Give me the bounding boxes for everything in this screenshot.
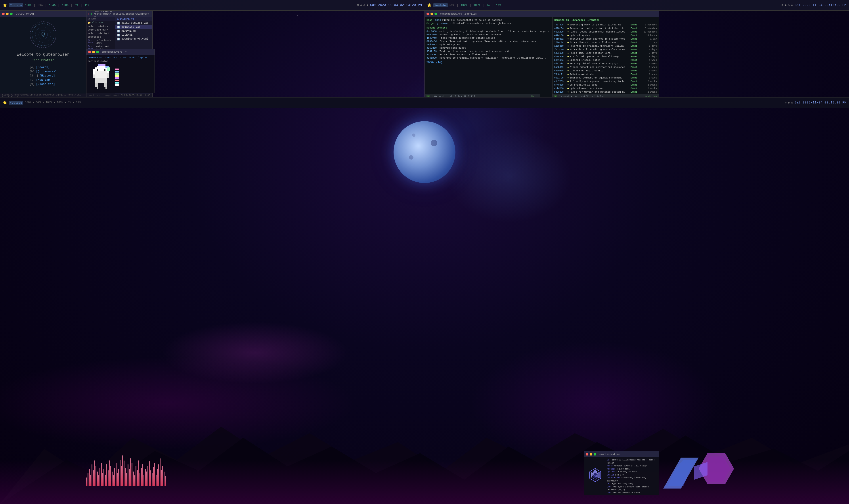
commit-log-row[interactable]: 4090f04 ◆ Ranger dnd optimization + qb f… xyxy=(554,27,657,30)
git-close[interactable] xyxy=(427,13,429,15)
commit-log-row[interactable]: e1c7253 ◆ I finally got agenda + syncthi… xyxy=(554,80,657,83)
git-title-text: emmet@snowfire: .dotfiles xyxy=(440,13,477,15)
commit-log-row[interactable]: 70a8f21 ◆ Added magit-todos Emmet 1 week xyxy=(554,73,657,76)
pokemon-max[interactable] xyxy=(96,51,99,53)
log-author: Emmet xyxy=(631,49,643,51)
tag-11: 11% xyxy=(85,4,89,7)
commit-log-row[interactable]: a2658e0 ◆ Reverted to original uwunicorn… xyxy=(554,44,657,47)
recent-commit-row[interactable]: a958d60Removed some bloat xyxy=(427,47,550,49)
vis-bar xyxy=(105,474,106,486)
separator-bar: 🌟 Youtube 100% ▪ 59% ▪ 104% ▪ 100% ▪ 1% … xyxy=(0,97,849,108)
commit-log-row[interactable]: 5abb619 ◆ Pinned embark and reorganized … xyxy=(554,66,657,69)
commit-log-row[interactable]: c03a69c ◆ Fixes recent qutebrowser updat… xyxy=(554,30,657,33)
vis-bar xyxy=(144,474,144,486)
recent-commit-row[interactable]: 4dc0fa0Fixes recent qutebrowser update i… xyxy=(427,37,550,39)
qute-link-newtab[interactable]: [t] [New tab] xyxy=(30,78,57,82)
log-author: Emmet xyxy=(631,24,643,26)
vis-bar xyxy=(164,471,164,486)
commit-msg: Removed some bloat xyxy=(439,47,550,49)
qute-link-closetab[interactable]: [x] [Close tab] xyxy=(30,83,57,86)
fm-max-btn[interactable] xyxy=(91,13,92,15)
commit-log-row[interactable]: 195c150 ◆ Fixes qemu user session uefi E… xyxy=(554,52,657,54)
git-todos: TODOs (14)... xyxy=(427,61,550,64)
commit-log-row[interactable]: 5d071f8 ◆ Getting rid of some electron p… xyxy=(554,62,657,65)
moon xyxy=(394,121,455,183)
log-bullet: ◆ xyxy=(567,69,569,72)
commit-log-row[interactable]: e011f28 ◆ Improved comment on agenda syn… xyxy=(554,76,657,79)
recent-commit-row[interactable]: a265b80Reverted to original uwunicorn wa… xyxy=(427,57,550,59)
nf-max[interactable] xyxy=(594,453,596,455)
log-author: Emmet xyxy=(631,45,643,47)
log-bullet: ◆ xyxy=(567,34,569,37)
nf-min[interactable] xyxy=(590,453,592,455)
log-time: 7 days xyxy=(644,49,657,51)
log-time: 1 week xyxy=(644,62,657,65)
min-btn[interactable] xyxy=(6,13,8,15)
commit-log-row[interactable]: cefd230 ◆ Updated uwunicorn theme Emmet … xyxy=(554,87,657,90)
commit-log-row[interactable]: bc31b5c ◆ Updated install notes Emmet 1 … xyxy=(554,58,657,61)
commit-log-row[interactable]: 2774c0c ◆ Extra lines to ensure flakes w… xyxy=(554,41,657,44)
fm-sel-dark1[interactable]: selenized-dark xyxy=(87,24,115,28)
pokemon-min[interactable] xyxy=(92,51,95,53)
recent-commit-row[interactable]: ef0c58bSwitching back to gh as screensho… xyxy=(427,33,550,36)
qute-label-search: [Search] xyxy=(36,66,50,69)
commit-log-row[interactable]: 499dc68 ◆ Updated system Emmet 18 hours xyxy=(554,34,657,37)
vis-bar xyxy=(136,466,137,486)
vis-bar xyxy=(101,463,102,486)
fm-ald-hope[interactable]: 📁ald-hope xyxy=(87,21,115,24)
fm-file-yaml[interactable]: 📄 uwunicorn-yt.yaml xyxy=(115,37,152,41)
commit-log-row[interactable]: bb0d278 ◆ Fixes for waybar and patched c… xyxy=(554,90,657,93)
fm-filename-2: polarity.txt xyxy=(121,25,150,29)
recent-commit-row[interactable]: bad2003Updated system xyxy=(427,43,550,46)
commit-log-row[interactable]: c200d35 ◆ Cleaned up magit config Emmet … xyxy=(554,69,657,72)
commit-log-row[interactable]: f9a7bc8 ◆ Switching back to gh main gith… xyxy=(554,23,657,26)
nf-host-val: ASUSTEK COMPUTER INC. G513QY xyxy=(614,465,647,467)
sep-youtube-tag[interactable]: Youtube xyxy=(9,101,23,105)
git-log-pane: Commits in --branches --remotes f9a7bc8 … xyxy=(553,17,658,99)
git-max[interactable] xyxy=(434,13,437,15)
fm-theme1[interactable]: selenized-dark xyxy=(87,28,115,32)
vis-bar xyxy=(158,464,159,486)
fm-min-btn[interactable] xyxy=(90,13,90,15)
commit-log-row[interactable]: d70c946 ◆ Fix for nix parser on install.… xyxy=(554,55,657,58)
pokemon-close[interactable] xyxy=(88,51,91,53)
qute-key-b: [b] xyxy=(30,70,35,73)
fm-file-readme[interactable]: 📄 README.md xyxy=(115,29,152,33)
commit-log-row[interactable]: f1b3c20 ◆ Extra detail on adding unstabl… xyxy=(554,48,657,51)
tag-sep2: | xyxy=(45,3,47,7)
fm-file-polarity[interactable]: 📄 polarity.txt xyxy=(115,25,152,29)
svg-rect-15 xyxy=(97,87,98,89)
commit-log-row[interactable]: 5af93d2 ◆ Testing if auto-cpufreq is sys… xyxy=(554,37,657,40)
fm-sol-dark[interactable]: fr-locksolarized-dark xyxy=(87,39,115,45)
fm-theme2[interactable]: selenized-light xyxy=(87,32,115,35)
fm-theme3[interactable]: spaceduck xyxy=(87,35,115,39)
pokemon-terminal-window: emmet@snowfire: ~ pokemon-colorscripts -… xyxy=(86,49,155,93)
commit-log-row[interactable]: df4eee8 ◆ 3d printing is cool Emmet 2 we… xyxy=(554,83,657,86)
workspace-tab-youtube[interactable]: Youtube xyxy=(9,3,23,7)
nf-line-host: Host: ASUSTEK COMPUTER INC. G513QY xyxy=(607,465,657,468)
log-time: 1 week xyxy=(644,77,657,79)
workspace-tab-youtube-r[interactable]: Youtube xyxy=(433,3,448,7)
recent-commit-row[interactable]: dee0888main gitea/main gitlab/main githu… xyxy=(427,30,550,33)
log-msg: Switching back to gh main github/ma xyxy=(570,23,630,26)
log-author: Emmet xyxy=(631,70,643,72)
qute-link-quickmarks[interactable]: [b] [Quickmarks] xyxy=(30,70,57,73)
vis-bar xyxy=(157,469,158,486)
log-bullet: ◆ xyxy=(567,41,569,44)
max-btn[interactable] xyxy=(10,13,13,15)
close-btn[interactable] xyxy=(2,13,5,15)
fm-sidebar-header: system xyxy=(87,17,115,21)
log-msg: Fixes for waybar and patched custom hy xyxy=(570,91,630,93)
fm-file-bg256[interactable]: 📄 background256.txt xyxy=(115,21,152,25)
qute-link-history[interactable]: [S h] [History] xyxy=(30,74,57,77)
recent-commit-row[interactable]: 2774c0cExtra lines to ensure flakes work xyxy=(427,53,550,56)
fm-file-license[interactable]: 📄 LICENSE xyxy=(115,33,152,37)
fm-filename-5: uwunicorn-yt.yaml xyxy=(121,37,150,40)
qute-link-search[interactable]: [o] [Search] xyxy=(30,66,57,69)
recent-commit-row[interactable]: 9547f03Testing if auto-cpufreq is system… xyxy=(427,50,550,53)
nf-close[interactable] xyxy=(586,453,588,455)
git-min[interactable] xyxy=(431,13,433,15)
recent-commit-row[interactable]: 0700c8dFixes flake not building when fla… xyxy=(427,40,550,43)
sep-right: ⊞ ◉ ◎ Sat 2023-11-04 02:13:20 PM xyxy=(424,101,849,105)
svg-marker-31 xyxy=(668,460,697,486)
